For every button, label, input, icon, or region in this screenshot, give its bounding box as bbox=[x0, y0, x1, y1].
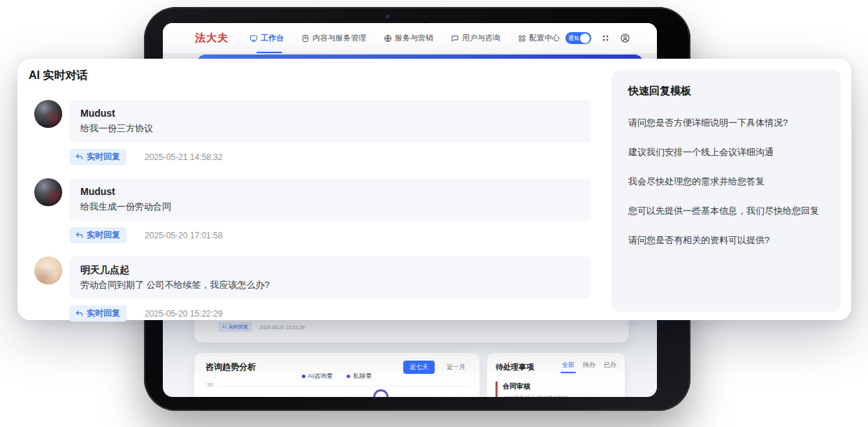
quick-reply-item[interactable]: 建议我们安排一个线上会议详细沟通 bbox=[628, 146, 824, 159]
quick-reply-title: 快速回复模板 bbox=[628, 85, 824, 98]
toggle-knob bbox=[580, 34, 590, 43]
legend-label: AI咨询量 bbox=[308, 372, 333, 381]
reply-arrow-icon bbox=[75, 153, 83, 161]
trend-card: 咨询趋势分析 近七天 近一月 AI咨询量 私聊量 30 bbox=[194, 353, 479, 397]
todo-card-title: 待处理事项 bbox=[496, 362, 534, 372]
sender-name: Mudust bbox=[80, 184, 580, 198]
y-axis-tick: 30 bbox=[207, 382, 213, 388]
message-text: 给我生成一份劳动合同 bbox=[80, 200, 580, 214]
apps-grid-icon[interactable] bbox=[600, 33, 611, 43]
quick-reply-item[interactable]: 请问您是否方便详细说明一下具体情况? bbox=[628, 117, 824, 129]
todo-item-file: APP服务接入测试用例模板.docx bbox=[502, 394, 616, 397]
message-meta: 实时回复 2025-05-21 14:58:32 bbox=[69, 149, 593, 165]
todo-item-title: 合同审核 bbox=[502, 382, 616, 391]
chart-gridline bbox=[219, 386, 470, 386]
sender-name: Mudust bbox=[80, 106, 580, 120]
message-time: 2025-05-21 14:58:32 bbox=[145, 152, 222, 162]
realtime-reply-button[interactable]: 实时回复 bbox=[69, 149, 126, 165]
message-text: 给我一份三方协议 bbox=[80, 122, 580, 136]
brand-logo[interactable]: 法大夫 bbox=[195, 31, 229, 45]
message-time: 2025-05-20 17:01:58 bbox=[145, 231, 222, 240]
message-body: Mudust 给我一份三方协议 实时回复 2025-05-21 14:58:32 bbox=[69, 100, 593, 165]
workbench-icon bbox=[249, 34, 258, 43]
quick-reply-item[interactable]: 我会尽快处理您的需求并给您答复 bbox=[628, 175, 824, 188]
avatar: ♥ bbox=[34, 256, 62, 284]
nav-item-workbench[interactable]: 工作台 bbox=[249, 23, 284, 53]
legend-label: 私聊量 bbox=[353, 372, 372, 381]
message-bubble: Mudust 给我生成一份劳动合同 bbox=[69, 178, 591, 221]
legend-entry-private: 私聊量 bbox=[347, 372, 372, 381]
tablet-sensor-icon bbox=[425, 15, 427, 17]
quick-reply-panel: 快速回复模板 请问您是否方便详细说明一下具体情况? 建议我们安排一个线上会议详细… bbox=[612, 70, 841, 312]
top-nav: 法大夫 工作台 内容与服务管理 服务与营销 用户与咨询 bbox=[163, 23, 657, 54]
heart-icon: ♥ bbox=[56, 256, 61, 263]
nav-item-label: 配置中心 bbox=[529, 33, 560, 43]
reply-button-label: 实时回复 bbox=[87, 151, 120, 163]
nav-item-label: 工作台 bbox=[261, 33, 284, 43]
tab-done[interactable]: 已办 bbox=[604, 361, 616, 373]
avatar bbox=[34, 178, 62, 206]
realtime-reply-button[interactable]: 实时回复 bbox=[69, 227, 126, 243]
trend-card-header: 咨询趋势分析 近七天 近一月 bbox=[194, 353, 479, 374]
sender-name: 明天几点起 bbox=[80, 263, 580, 277]
avatar bbox=[34, 100, 62, 128]
realtime-reply-button[interactable]: 实时回复 bbox=[69, 305, 126, 321]
todo-item[interactable]: 合同审核 APP服务接入测试用例模板.docx bbox=[496, 382, 616, 397]
message-text: 劳动合同到期了 公司不给续签，我应该怎么办? bbox=[80, 278, 580, 292]
nav-item-users-consult[interactable]: 用户与咨询 bbox=[451, 23, 500, 53]
message-bubble: 明天几点起 劳动合同到期了 公司不给续签，我应该怎么办? bbox=[69, 256, 591, 299]
chat-message: ♥ 明天几点起 劳动合同到期了 公司不给续签，我应该怎么办? 实时回复 2025… bbox=[34, 256, 593, 321]
chart-curve-peak bbox=[373, 389, 389, 397]
chat-message: Mudust 给我一份三方协议 实时回复 2025-05-21 14:58:32 bbox=[34, 100, 593, 165]
nav-item-label: 内容与服务管理 bbox=[312, 33, 366, 43]
nav-item-label: 用户与咨询 bbox=[462, 33, 500, 43]
range-1month-button[interactable]: 近一月 bbox=[442, 362, 470, 372]
tab-pending[interactable]: 待办 bbox=[583, 361, 595, 373]
tablet-camera-icon bbox=[386, 15, 389, 18]
todo-card: 待处理事项 全部 待办 已办 合同审核 APP服务接入测试用例模板.docx bbox=[487, 353, 625, 397]
chat-bubble-icon bbox=[451, 34, 459, 43]
legend-dot-purple bbox=[347, 375, 350, 378]
todo-card-header: 待处理事项 全部 待办 已办 bbox=[487, 353, 625, 373]
todo-tabs: 全部 待办 已办 bbox=[562, 361, 616, 373]
reply-button-label: 实时回复 bbox=[87, 229, 120, 241]
globe-icon bbox=[384, 34, 392, 43]
nav-item-marketing[interactable]: 服务与营销 bbox=[384, 23, 433, 53]
nav-item-label: 服务与营销 bbox=[395, 33, 433, 43]
message-meta: 实时回复 2025-05-20 17:01:58 bbox=[69, 227, 593, 243]
message-body: Mudust 给我生成一份劳动合同 实时回复 2025-05-20 17:01:… bbox=[69, 178, 593, 243]
tab-all[interactable]: 全部 bbox=[562, 361, 574, 373]
message-meta: 实时回复 2025-05-20 15:22:29 bbox=[69, 305, 593, 321]
legend-entry-ai: AI咨询量 bbox=[302, 372, 333, 381]
modal-title: AI 实时对话 bbox=[29, 68, 87, 83]
reply-arrow-icon bbox=[75, 310, 83, 317]
reply-arrow-icon bbox=[75, 231, 83, 239]
nav-right-actions: 通知 bbox=[565, 32, 630, 44]
legend-dot-blue bbox=[302, 375, 305, 378]
message-bubble: Mudust 给我一份三方协议 bbox=[69, 100, 591, 143]
nav-item-content-service[interactable]: 内容与服务管理 bbox=[301, 23, 366, 53]
reply-button-label: 实时回复 bbox=[87, 307, 120, 319]
document-icon bbox=[301, 34, 310, 43]
nav-menu: 工作台 内容与服务管理 服务与营销 用户与咨询 配置中心 bbox=[249, 23, 560, 53]
notification-toggle[interactable]: 通知 bbox=[565, 32, 591, 44]
message-list: Mudust 给我一份三方协议 实时回复 2025-05-21 14:58:32… bbox=[34, 100, 593, 335]
quick-reply-item[interactable]: 请问您是否有相关的资料可以提供? bbox=[628, 234, 824, 247]
toggle-label: 通知 bbox=[568, 36, 579, 41]
message-body: 明天几点起 劳动合同到期了 公司不给续签，我应该怎么办? 实时回复 2025-0… bbox=[69, 256, 593, 321]
nav-item-config-center[interactable]: 配置中心 bbox=[518, 23, 560, 53]
quick-reply-item[interactable]: 您可以先提供一些基本信息，我们尽快给您回复 bbox=[628, 205, 824, 217]
ai-dialog-modal: AI 实时对话 Mudust 给我一份三方协议 实时回复 2025-05-21 … bbox=[17, 59, 851, 320]
grid-icon bbox=[518, 34, 526, 43]
message-time: 2025-05-20 15:22:29 bbox=[145, 309, 222, 319]
chat-message: Mudust 给我生成一份劳动合同 实时回复 2025-05-20 17:01:… bbox=[34, 178, 593, 243]
user-avatar-icon[interactable] bbox=[620, 33, 630, 43]
chart-legend: AI咨询量 私聊量 bbox=[194, 372, 479, 381]
